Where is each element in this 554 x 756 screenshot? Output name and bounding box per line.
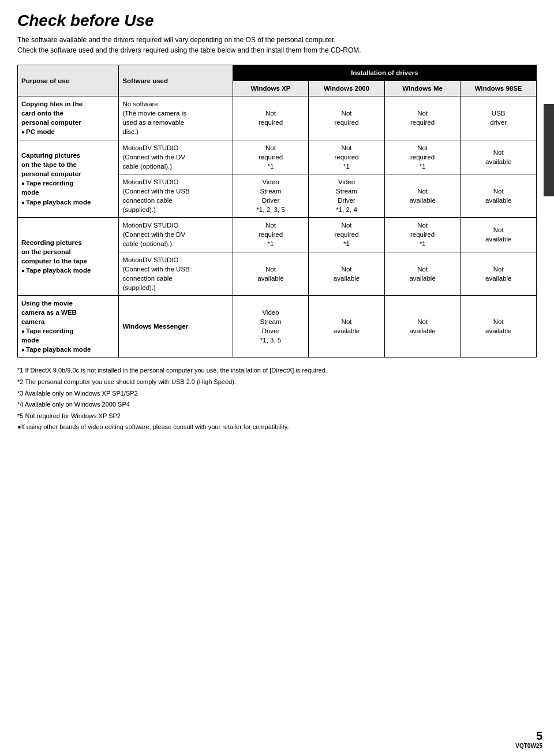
winxp-cell: VideoStreamDriver*1, 3, 5: [233, 295, 309, 357]
win2000-cell: Notavailable: [309, 295, 385, 357]
software-cell: MotionDV STUDIO(Connect with the USBconn…: [119, 174, 233, 217]
page-title: Check before Use: [17, 12, 537, 30]
sidebar-decoration: [544, 104, 554, 196]
intro-line1: The software available and the drivers r…: [17, 35, 537, 45]
footnote-item: *3 Available only on Windows XP SP1/SP2: [17, 389, 537, 399]
software-cell: MotionDV STUDIO(Connect with the USBconn…: [119, 252, 233, 295]
purpose-cell: Copying files in thecard onto thepersona…: [18, 96, 119, 140]
header-win98se: Windows 98SE: [461, 81, 537, 96]
intro-line2: Check the software used and the drivers …: [17, 45, 537, 55]
win98se-cell: Notavailable: [461, 252, 537, 295]
footnote-item: *1 If DirectX 9.0b/9.0c is not installed…: [17, 366, 537, 376]
win2000-cell: VideoStreamDriver*1, 2, 4: [309, 174, 385, 217]
winxp-cell: VideoStreamDriver*1, 2, 3, 5: [233, 174, 309, 217]
win2000-cell: Notrequired*1: [309, 218, 385, 252]
header-software: Software used: [119, 65, 233, 96]
winme-cell: Notrequired*1: [384, 218, 461, 252]
table-row: Using the moviecamera as a WEBcamera Tap…: [18, 295, 537, 357]
footnote-item: *2 The personal computer you use should …: [17, 377, 537, 388]
winxp-cell: Notrequired*1: [233, 140, 309, 174]
header-purpose: Purpose of use: [18, 65, 119, 96]
page-number: 5: [515, 729, 542, 743]
page-info: 5 VQT0W25: [515, 729, 542, 749]
winme-cell: Notrequired: [384, 96, 461, 140]
win2000-cell: Notrequired*1: [309, 140, 385, 174]
purpose-cell: Using the moviecamera as a WEBcamera Tap…: [18, 295, 119, 357]
footnotes-section: *1 If DirectX 9.0b/9.0c is not installed…: [17, 366, 537, 433]
winxp-cell: Notavailable: [233, 252, 309, 295]
software-cell: No software(The movie camera isused as a…: [119, 96, 233, 140]
winxp-cell: Notrequired: [233, 96, 309, 140]
header-installation: Installation of drivers: [233, 65, 536, 81]
page-code-text: VQT0W25: [515, 743, 542, 749]
purpose-cell: Capturing pictureson the tape to thepers…: [18, 140, 119, 218]
winme-cell: Notavailable: [384, 295, 461, 357]
footnote-item: *4 Available only on Windows 2000 SP4: [17, 400, 537, 410]
winxp-cell: Notrequired*1: [233, 218, 309, 252]
win2000-cell: Notrequired: [309, 96, 385, 140]
winme-cell: Notavailable: [384, 252, 461, 295]
table-row: Copying files in thecard onto thepersona…: [18, 96, 537, 140]
compatibility-table: Purpose of use Software used Installatio…: [17, 65, 537, 357]
header-win2000: Windows 2000: [309, 81, 385, 96]
table-row: Recording pictureson the personalcompute…: [18, 218, 537, 252]
win2000-cell: Notavailable: [309, 252, 385, 295]
win98se-cell: Notavailable: [461, 295, 537, 357]
software-cell: MotionDV STUDIO(Connect with the DVcable…: [119, 218, 233, 252]
footnote-item: ●If using other brands of video editing …: [17, 422, 537, 433]
footnote-item: *5 Not required for Windows XP SP2: [17, 411, 537, 422]
software-cell: MotionDV STUDIO(Connect with the DVcable…: [119, 140, 233, 174]
win98se-cell: Notavailable: [461, 174, 537, 217]
table-row: Capturing pictureson the tape to thepers…: [18, 140, 537, 174]
header-winxp: Windows XP: [233, 81, 309, 96]
win98se-cell: USBdriver: [461, 96, 537, 140]
purpose-cell: Recording pictureson the personalcompute…: [18, 218, 119, 296]
win98se-cell: Notavailable: [461, 140, 537, 174]
winme-cell: Notrequired*1: [384, 140, 461, 174]
header-winme: Windows Me: [384, 81, 461, 96]
winme-cell: Notavailable: [384, 174, 461, 217]
software-cell: Windows Messenger: [119, 295, 233, 357]
win98se-cell: Notavailable: [461, 218, 537, 252]
